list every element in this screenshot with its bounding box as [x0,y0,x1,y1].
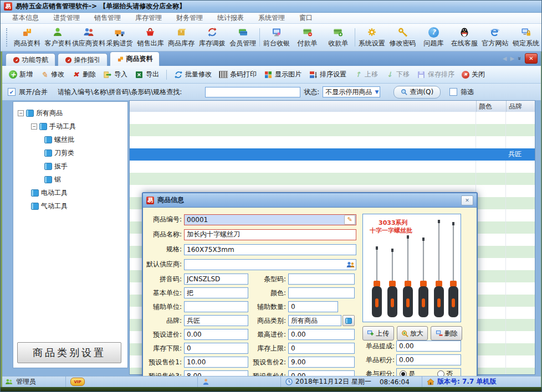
collapse-icon[interactable] [18,110,24,116]
product-code-field[interactable] [184,214,356,225]
category-field[interactable] [288,315,341,326]
action-close[interactable]: 关闭 [462,70,485,79]
tree-item-wrenches[interactable]: 扳手 [18,159,127,173]
member-cards-icon [237,27,248,38]
menu-sales-mgmt[interactable]: 销售管理 [88,13,127,23]
tree-item-screwdrivers[interactable]: 螺丝批 [18,133,127,146]
tree-item-power-tools[interactable]: 电动工具 [18,186,127,199]
toolbar-goods[interactable]: 商品资料 [12,25,43,50]
edit-code-icon[interactable] [344,215,355,225]
toolbar-online-service[interactable]: 在线客服 [449,25,480,50]
tree-item-saws[interactable]: 锯 [18,173,127,186]
tab-close-button[interactable] [525,53,538,64]
toolbar-payment[interactable]: 付款单 [292,25,323,50]
points-field[interactable] [396,354,461,365]
zoom-image-button[interactable]: 放大 [397,326,428,341]
upload-image-button[interactable]: 上传 [362,326,394,341]
sift-label: 筛选 [461,87,474,97]
toolbar-stock[interactable]: 商品库存 [166,25,197,50]
pinyin-code-field[interactable] [184,274,248,285]
stock-min-field[interactable] [184,343,248,354]
expand-merge-checkbox[interactable] [8,88,16,96]
tab-scroll-right-icon[interactable] [510,55,515,61]
tree-item-all-goods[interactable]: 所有商品 [18,106,127,120]
tab-function-nav[interactable]: 功能导航 [6,53,55,66]
base-unit-field[interactable] [184,287,248,298]
toolbar-receipt[interactable]: 收款单 [323,25,354,50]
price1-field[interactable] [184,357,248,368]
vip-badge-icon: VIP [70,378,85,386]
toolbar-cashier[interactable]: 前台收银 [261,25,292,50]
status-vip-section: VIP [66,376,198,387]
preset-cost-field[interactable] [184,329,248,340]
action-delete[interactable]: 删除 [71,70,96,79]
max-cost-field[interactable] [288,329,355,340]
toolbar-customers[interactable]: 客户资料 [43,25,74,50]
toolbar-settings[interactable]: 系统设置 [356,25,387,50]
menu-system-mgmt[interactable]: 系统管理 [252,13,291,23]
column-header-brand[interactable]: 品牌 [506,101,535,112]
action-move-down[interactable]: 下移 [385,70,410,79]
status-select[interactable]: 不显示停用商品 [323,86,380,97]
brand-field[interactable] [184,315,248,326]
toolbar-change-password[interactable]: 修改密码 [387,25,418,50]
action-move-up[interactable]: 上移 [354,70,378,79]
barcode-field[interactable] [288,274,355,285]
tab-operation-guide[interactable]: 操作指引 [58,53,108,66]
color-field[interactable] [288,287,355,298]
menu-stock-mgmt[interactable]: 库存管理 [129,13,168,23]
stock-max-field[interactable] [288,343,355,354]
menu-window[interactable]: 窗口 [293,13,319,23]
search-input[interactable] [205,87,300,97]
pick-supplier-icon[interactable] [346,261,355,269]
category-settings-button[interactable]: 商品类别设置 [17,342,121,363]
toolbar-official-website[interactable]: 官方网站 [480,25,511,50]
collapse-icon[interactable] [31,123,37,130]
aux-unit-field[interactable] [184,301,248,312]
tab-scroll-left-icon[interactable] [503,55,507,61]
action-add[interactable]: 新增 [9,70,33,79]
menu-basic-info[interactable]: 基本信息 [6,13,45,23]
action-show-image[interactable]: 显示图片 [264,70,301,79]
spec-field[interactable] [184,244,356,255]
tab-menu-icon[interactable] [516,56,523,60]
delete-image-button[interactable]: 删除 [431,326,462,341]
toolbar-sales-out[interactable]: 销售出库 [135,25,166,50]
menu-report[interactable]: 统计报表 [211,13,250,23]
search-hint-label: 请输入编号\名称\拼音码\条形码\规格查找: [58,87,182,97]
pick-category-button[interactable] [342,315,355,326]
dialog-close-button[interactable] [461,195,473,205]
product-name-field[interactable] [184,229,356,240]
price2-field[interactable] [288,357,355,368]
toolbar-suppliers[interactable]: 供应商资料 [73,25,104,50]
tree-item-hand-tools[interactable]: 手动工具 [18,120,127,133]
action-batch-edit[interactable]: 批量修改 [174,70,212,79]
selected-table-row[interactable]: 兵匠 [130,148,535,161]
default-supplier-field[interactable] [184,259,356,270]
supplier-icon [83,27,94,38]
action-sort-settings[interactable]: 排序设置 [309,70,346,79]
commission-field[interactable] [396,341,461,352]
toolbar-members[interactable]: 会员管理 [227,25,258,50]
toolbar-purchase[interactable]: 采购进货 [104,25,135,50]
aux-qty-field[interactable] [288,301,338,312]
action-save-sort[interactable]: 保存排序 [417,70,454,79]
dialog-title: 商品信息 [157,195,184,205]
tree-item-knives[interactable]: 刀剪类 [18,146,127,159]
toolbar-lock-system[interactable]: 锁定系统 [510,25,541,50]
action-import[interactable]: 导入 [103,70,127,79]
toolbar-transfer[interactable]: 库存调拨 [197,25,228,50]
toolbar-separator [259,28,260,47]
menu-purchase-mgmt[interactable]: 进货管理 [47,13,86,23]
tab-goods-data[interactable]: 商品资料 [110,51,160,66]
action-barcode-print[interactable]: 条码打印 [219,70,257,79]
menu-finance-mgmt[interactable]: 财务管理 [170,13,209,23]
tree-item-pneumatic-tools[interactable]: 气动工具 [18,199,127,213]
column-header-color[interactable]: 颜色 [476,101,506,112]
action-edit[interactable]: 修改 [40,70,64,79]
category-book-icon [39,123,47,130]
toolbar-question-bank[interactable]: 问题库 [418,25,449,50]
action-export[interactable]: 导出 [135,70,159,79]
query-button[interactable]: 查询(Q) [393,86,441,99]
sift-checkbox[interactable] [449,88,457,96]
